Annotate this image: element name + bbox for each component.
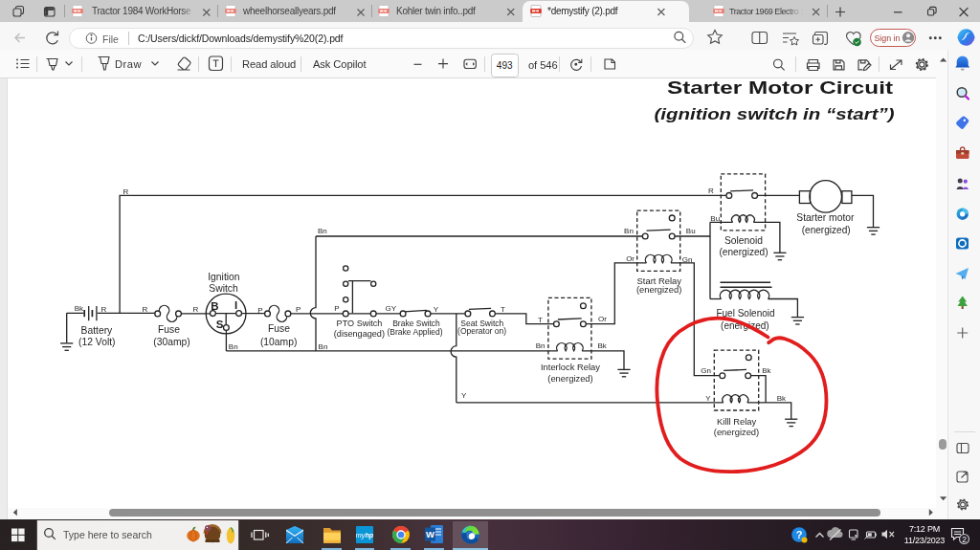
svg-text:2: 2 bbox=[962, 535, 967, 544]
svg-text:W: W bbox=[426, 529, 434, 539]
svg-text:myhp: myhp bbox=[356, 531, 374, 539]
svg-text:?: ? bbox=[796, 529, 803, 540]
